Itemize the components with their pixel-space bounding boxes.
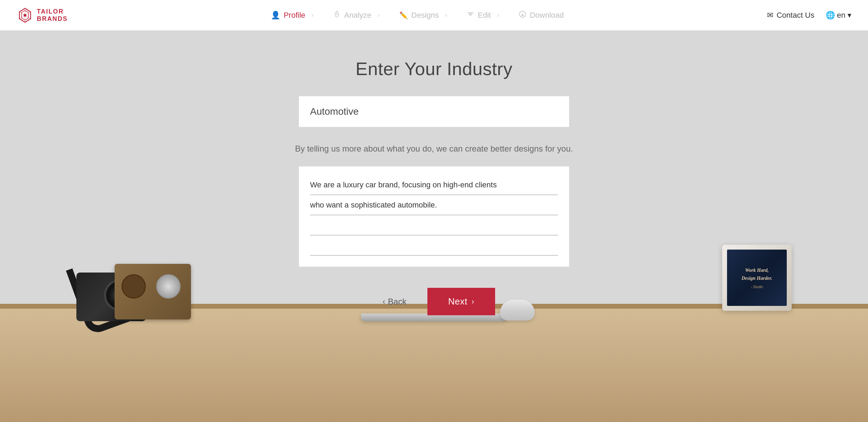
page-wrapper: TAILOR BRANDS 👤 Profile › Analyze	[0, 0, 868, 422]
tailor-brands-logo-icon	[17, 7, 33, 24]
frame-signature: - Studio	[751, 285, 763, 289]
analyze-chevron-icon: ›	[378, 11, 380, 19]
nav-step-edit[interactable]: Edit ›	[457, 10, 509, 20]
nav-step-edit-label: Edit	[478, 11, 491, 20]
nav-step-download[interactable]: Download	[509, 10, 574, 20]
header: TAILOR BRANDS 👤 Profile › Analyze	[0, 0, 868, 31]
logo-text: TAILOR BRANDS	[37, 8, 68, 22]
language-selector[interactable]: 🌐 en ▾	[826, 11, 851, 20]
edit-icon	[467, 10, 474, 20]
frame-text-line1: Work Hard,	[745, 267, 769, 274]
next-chevron-icon: ›	[471, 297, 474, 306]
industry-input[interactable]	[310, 106, 558, 117]
envelope-icon: ✉	[767, 11, 773, 20]
logo[interactable]: TAILOR BRANDS	[17, 7, 68, 24]
desk-scene: Work Hard, Design Harder. - Studio	[0, 241, 868, 422]
svg-point-1	[24, 14, 26, 17]
photo-frame-decoration: Work Hard, Design Harder. - Studio	[722, 245, 799, 321]
radio-speaker	[122, 274, 146, 299]
description-line-1[interactable]	[310, 175, 558, 195]
description-text: By telling us more about what you do, we…	[295, 144, 573, 154]
frame-text-line2: Design Harder.	[742, 275, 773, 282]
desk-surface	[0, 304, 868, 422]
language-label: en	[837, 11, 845, 20]
industry-input-wrapper	[299, 96, 569, 127]
back-label: Back	[388, 297, 406, 307]
next-button[interactable]: Next ›	[427, 288, 495, 315]
designs-icon: ✏️	[399, 11, 408, 19]
nav-step-analyze-label: Analyze	[344, 11, 371, 20]
globe-icon: 🌐	[826, 11, 835, 20]
radio-decoration	[115, 264, 191, 319]
profile-chevron-icon: ›	[311, 11, 314, 19]
description-line-3[interactable]	[310, 215, 558, 235]
contact-us-label: Contact Us	[777, 11, 815, 20]
designs-chevron-icon: ›	[445, 11, 447, 19]
nav-buttons: ‹ Back Next ›	[373, 288, 495, 315]
nav-step-analyze[interactable]: Analyze ›	[323, 10, 389, 20]
back-chevron-icon: ‹	[383, 297, 385, 306]
nav-step-profile[interactable]: 👤 Profile ›	[261, 11, 323, 20]
radio-dial	[156, 274, 181, 299]
person-icon: 👤	[271, 11, 280, 20]
edit-chevron-icon: ›	[497, 11, 499, 19]
chevron-down-icon: ▾	[848, 11, 851, 20]
header-right: ✉ Contact Us 🌐 en ▾	[767, 11, 851, 20]
download-icon	[519, 10, 526, 20]
mouse-decoration	[500, 300, 535, 320]
analyze-icon	[333, 10, 341, 20]
page-title: Enter Your Industry	[356, 58, 512, 79]
nav-step-download-label: Download	[530, 11, 564, 20]
nav-step-designs-label: Designs	[411, 11, 439, 20]
nav-step-profile-label: Profile	[284, 11, 305, 20]
contact-us-button[interactable]: ✉ Contact Us	[767, 11, 815, 20]
nav-step-designs[interactable]: ✏️ Designs ›	[390, 11, 457, 20]
nav-steps: 👤 Profile › Analyze › ✏️ Designs	[261, 10, 574, 20]
back-button[interactable]: ‹ Back	[373, 290, 416, 314]
description-line-2[interactable]	[310, 195, 558, 215]
next-label: Next	[448, 296, 467, 307]
frame-border: Work Hard, Design Harder. - Studio	[722, 245, 792, 311]
frame-screen: Work Hard, Design Harder. - Studio	[727, 250, 787, 306]
